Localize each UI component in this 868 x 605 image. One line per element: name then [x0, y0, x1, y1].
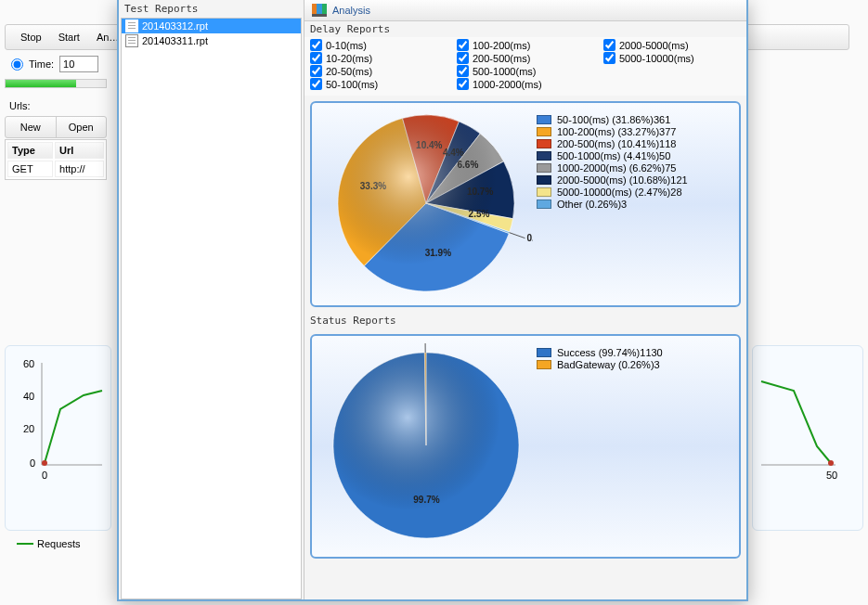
delay-checkbox[interactable]: 0-10(ms): [310, 39, 447, 51]
analysis-title: Analysis: [332, 5, 370, 16]
delay-pie-panel: 31.9%33.3%10.4%4.4%6.6%10.7%2.5%0.3% 50-…: [310, 101, 741, 307]
test-reports-title: Test Reports: [119, 0, 304, 18]
url-table: TypeUrl GEThttp://: [5, 139, 107, 180]
reports-modal: Test Reports 201403312.rpt201403311.rpt …: [117, 0, 748, 601]
checkbox-input[interactable]: [310, 52, 322, 64]
legend-swatch: [537, 151, 551, 161]
delay-checkbox[interactable]: 500-1000(ms): [457, 65, 594, 77]
legend-item: 500-1000(ms) (4.41%)50: [537, 150, 688, 161]
svg-text:0: 0: [30, 457, 35, 469]
table-row[interactable]: GEThttp://: [7, 161, 104, 177]
time-input[interactable]: [59, 56, 98, 72]
delay-checkbox[interactable]: 200-500(ms): [457, 52, 594, 64]
stop-button[interactable]: Stop: [15, 30, 47, 45]
time-label: Time:: [29, 58, 54, 70]
time-row: Time:: [11, 56, 98, 72]
progress-bar: [5, 79, 107, 88]
reports-file-panel: Test Reports 201403312.rpt201403311.rpt: [119, 0, 304, 599]
svg-text:50: 50: [826, 470, 837, 481]
status-pie-chart: 99.7%0.3%: [319, 343, 533, 547]
col-type: Type: [7, 142, 53, 159]
checkbox-input[interactable]: [310, 65, 322, 77]
svg-point-6: [42, 460, 47, 466]
legend-swatch: [537, 360, 551, 369]
legend-swatch: [537, 127, 551, 136]
svg-point-9: [828, 460, 834, 466]
legend-swatch: [537, 163, 551, 173]
legend-swatch: [537, 175, 551, 185]
legend-item: Success (99.74%)1130: [537, 347, 663, 358]
delay-pie-chart: 31.9%33.3%10.4%4.4%6.6%10.7%2.5%0.3%: [319, 110, 533, 296]
svg-point-20: [338, 115, 514, 291]
svg-point-24: [333, 353, 519, 538]
status-legend: Success (99.74%)1130BadGateway (0.26%)3: [537, 343, 663, 549]
file-name: 201403312.rpt: [142, 20, 208, 32]
requests-legend: Requests: [17, 538, 80, 549]
checkbox-input[interactable]: [310, 78, 322, 90]
checkbox-input[interactable]: [603, 39, 615, 51]
url-toolbar: New Open: [5, 116, 107, 138]
svg-text:0.3%: 0.3%: [527, 233, 533, 243]
bg-chart-left: 60 40 20 0 0: [5, 345, 111, 531]
status-section-label: Status Reports: [304, 313, 746, 328]
legend-item: 100-200(ms) (33.27%)377: [537, 126, 688, 137]
delay-checkbox[interactable]: 50-100(ms): [310, 78, 447, 90]
delay-checkbox[interactable]: 5000-10000(ms): [603, 52, 741, 64]
svg-text:60: 60: [23, 358, 34, 369]
file-item[interactable]: 201403312.rpt: [122, 19, 301, 33]
checkbox-input[interactable]: [457, 65, 469, 77]
checkbox-input[interactable]: [457, 39, 469, 51]
delay-checkbox[interactable]: 2000-5000(ms): [603, 39, 741, 51]
delay-checkbox[interactable]: 100-200(ms): [457, 39, 594, 51]
file-icon: [125, 19, 138, 32]
legend-item: BadGateway (0.26%)3: [537, 359, 663, 370]
svg-line-18: [510, 233, 525, 238]
legend-item: 1000-2000(ms) (6.62%)75: [537, 162, 688, 174]
checkbox-input[interactable]: [603, 52, 615, 64]
delay-checkbox[interactable]: 20-50(ms): [310, 65, 447, 77]
legend-item: 2000-5000(ms) (10.68%)121: [537, 174, 688, 186]
checkbox-input[interactable]: [457, 78, 469, 90]
new-button[interactable]: New: [6, 117, 57, 137]
legend-swatch: [537, 187, 551, 197]
delay-section-label: Delay Reports: [304, 21, 746, 37]
time-radio[interactable]: [11, 58, 23, 71]
legend-item: Other (0.26%)3: [537, 199, 688, 210]
legend-swatch: [537, 115, 551, 124]
legend-swatch: [537, 139, 551, 148]
urls-label: Urls:: [9, 100, 31, 111]
checkbox-input[interactable]: [310, 39, 322, 51]
svg-text:0: 0: [42, 470, 47, 481]
status-pie-panel: 99.7%0.3% Success (99.74%)1130BadGateway…: [310, 334, 741, 559]
delay-checkbox[interactable]: 10-20(ms): [310, 52, 447, 64]
svg-text:40: 40: [23, 391, 34, 402]
file-list: 201403312.rpt201403311.rpt: [121, 18, 302, 599]
legend-item: 50-100(ms) (31.86%)361: [537, 114, 688, 125]
delay-checkbox[interactable]: 1000-2000(ms): [457, 78, 594, 90]
legend-swatch: [537, 348, 551, 357]
file-name: 201403311.rpt: [142, 35, 208, 46]
open-button[interactable]: Open: [57, 117, 107, 137]
start-button[interactable]: Start: [53, 30, 85, 45]
analysis-panel: Analysis Delay Reports 0-10(ms)100-200(m…: [304, 0, 746, 599]
file-icon: [125, 34, 138, 47]
legend-swatch: [537, 200, 551, 209]
legend-item: 5000-10000(ms) (2.47%)28: [537, 187, 688, 198]
file-item[interactable]: 201403311.rpt: [122, 33, 301, 48]
legend-item: 200-500(ms) (10.41%)118: [537, 138, 688, 149]
svg-text:20: 20: [23, 423, 34, 434]
analysis-icon: [312, 4, 327, 17]
col-url: Url: [55, 142, 104, 159]
checkbox-input[interactable]: [457, 52, 469, 64]
bg-chart-right: 50: [752, 345, 863, 531]
delay-checkbox-grid: 0-10(ms)100-200(ms)2000-5000(ms)10-20(ms…: [304, 37, 746, 96]
delay-legend: 50-100(ms) (31.86%)361100-200(ms) (33.27…: [537, 110, 688, 298]
